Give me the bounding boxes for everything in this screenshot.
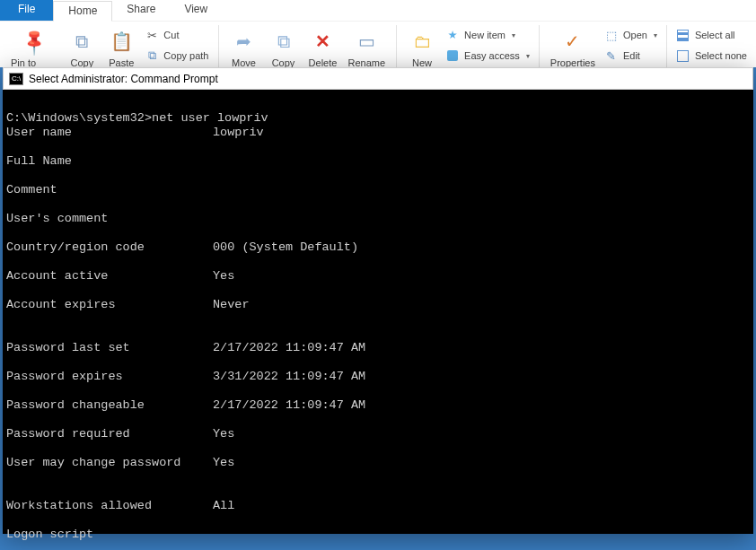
paste-icon: 📋 — [107, 27, 136, 56]
group-open: ✓ Properties ⬚ Open ▾ ✎ Edit — [540, 25, 667, 67]
tab-share[interactable]: Share — [112, 0, 170, 21]
open-icon: ⬚ — [604, 28, 619, 42]
row-pw-last-set: Password last set2/17/2022 11:09:47 AM — [6, 341, 750, 355]
row-account-active: Account activeYes — [6, 269, 750, 284]
rename-button[interactable]: ▭ Rename — [343, 25, 391, 70]
group-organize: ➦ Move ⧉ Copy ✕ Delete ▭ Rename — [219, 25, 398, 67]
cut-button[interactable]: ✂ Cut — [141, 25, 212, 45]
select-all-button[interactable]: Select all — [672, 25, 751, 45]
row-logon-script: Logon script — [6, 528, 750, 542]
row-full-name: Full Name — [6, 154, 750, 169]
move-to-button[interactable]: ➦ Move — [224, 25, 264, 70]
row-comment: Comment — [6, 183, 750, 197]
open-small: ⬚ Open ▾ ✎ Edit — [601, 25, 661, 65]
group-select: Select all Select none — [667, 25, 756, 67]
delete-button[interactable]: ✕ Delete — [303, 25, 343, 70]
delete-icon: ✕ — [309, 27, 338, 56]
window-title: Select Administrator: Command Prompt — [29, 73, 218, 85]
new-item-icon — [445, 28, 460, 42]
chevron-down-icon: ▾ — [654, 31, 657, 39]
row-country-region: Country/region code000 (System Default) — [6, 240, 750, 255]
select-none-icon — [676, 48, 690, 63]
open-button[interactable]: ⬚ Open ▾ — [601, 25, 661, 45]
edit-button[interactable]: ✎ Edit — [601, 46, 661, 65]
clipboard-small: ✂ Cut ⧉ Copy path — [141, 25, 212, 65]
copy-path-button[interactable]: ⧉ Copy path — [141, 46, 212, 65]
group-clipboard: 📌 Pin to Quick ⧉ Copy 📋 Paste ✂ Cut ⧉ Co… — [0, 25, 219, 67]
group-new: 🗀 New New item ▾ Easy access ▾ — [397, 25, 540, 67]
new-folder-button[interactable]: 🗀 New — [402, 25, 442, 70]
row-user-may-change: User may change passwordYes — [6, 456, 750, 470]
prompt-line: C:\Windows\system32>net user lowpriv — [6, 111, 268, 125]
row-pw-required: Password requiredYes — [6, 427, 750, 441]
copy-button[interactable]: ⧉ Copy — [62, 25, 101, 70]
edit-icon: ✎ — [604, 48, 619, 63]
copy-to-button[interactable]: ⧉ Copy — [264, 25, 303, 70]
explorer-ribbon: File Home Share View 📌 Pin to Quick ⧉ Co… — [0, 0, 756, 67]
cut-icon: ✂ — [145, 28, 159, 42]
copy-path-icon: ⧉ — [145, 48, 159, 63]
new-item-button[interactable]: New item ▾ — [442, 25, 533, 45]
window-titlebar[interactable]: C:\ Select Administrator: Command Prompt — [3, 67, 753, 90]
row-account-expires: Account expiresNever — [6, 298, 750, 312]
chevron-down-icon: ▾ — [526, 52, 530, 60]
copy-icon: ⧉ — [67, 27, 96, 56]
chevron-down-icon: ▾ — [512, 31, 515, 39]
ribbon-tabs: File Home Share View — [0, 0, 756, 22]
row-pw-expires: Password expires3/31/2022 11:09:47 AM — [6, 370, 750, 384]
row-user-comment: User's comment — [6, 212, 750, 226]
tab-home[interactable]: Home — [53, 1, 112, 22]
row-workstations: Workstations allowedAll — [6, 499, 750, 513]
command-prompt-window[interactable]: C:\ Select Administrator: Command Prompt… — [3, 67, 753, 534]
row-user-name: User namelowpriv — [6, 126, 750, 140]
copy-to-icon: ⧉ — [269, 27, 298, 56]
paste-button[interactable]: 📋 Paste — [101, 25, 141, 70]
pin-icon: 📌 — [13, 21, 54, 61]
easy-access-button[interactable]: Easy access ▾ — [442, 46, 533, 65]
tab-view[interactable]: View — [170, 0, 222, 21]
select-all-icon — [676, 28, 690, 42]
select-none-button[interactable]: Select none — [672, 46, 751, 65]
tab-file[interactable]: File — [0, 0, 53, 21]
properties-button[interactable]: ✓ Properties — [545, 25, 601, 70]
folder-icon: 🗀 — [408, 27, 436, 56]
easy-access-icon — [445, 48, 460, 63]
terminal-output[interactable]: C:\Windows\system32>net user lowpriv Use… — [3, 90, 753, 550]
new-small: New item ▾ Easy access ▾ — [442, 25, 533, 65]
rename-icon: ▭ — [352, 27, 381, 56]
move-icon: ➦ — [230, 27, 259, 56]
select-small: Select all Select none — [672, 25, 751, 65]
properties-icon: ✓ — [558, 27, 587, 56]
row-pw-changeable: Password changeable2/17/2022 11:09:47 AM — [6, 398, 750, 413]
cmd-icon: C:\ — [9, 73, 23, 85]
ribbon-actions: 📌 Pin to Quick ⧉ Copy 📋 Paste ✂ Cut ⧉ Co… — [0, 22, 756, 67]
